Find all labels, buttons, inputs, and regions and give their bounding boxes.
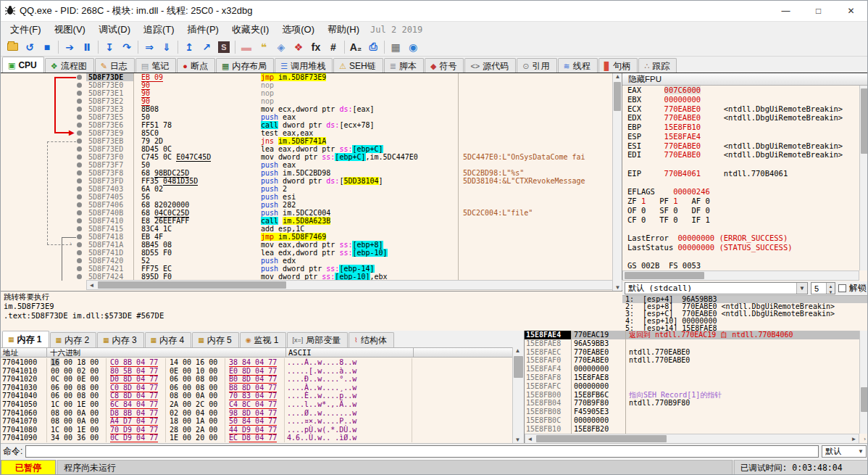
maximize-button[interactable]: □ [802, 1, 835, 21]
disasm-row[interactable]: 5D8F73DEEB 09jmp im.5D8F73E9 [1, 73, 613, 81]
tab-线程[interactable]: ≋线程 [558, 58, 598, 73]
tab-内存3[interactable]: ▦内存 3 [97, 332, 144, 347]
unlock-checkbox[interactable] [838, 284, 846, 292]
breakpoint-dot[interactable] [77, 226, 82, 231]
dump-row[interactable]: 7704103006 00 08 00C0 8D 04 7706 00 08 0… [1, 384, 512, 392]
text-a2-icon[interactable]: A₂ [347, 39, 364, 55]
functions-icon[interactable]: fx [307, 39, 325, 55]
disassembly-hscrollbar[interactable]: ◄► [86, 280, 622, 290]
breakpoint-dot[interactable] [77, 258, 82, 263]
register-line[interactable]: ECX 770EABE0 <ntdll.DbgUiRemoteBreakin> [622, 104, 859, 114]
register-line[interactable]: EFLAGS 00000246 [622, 187, 859, 197]
register-line[interactable]: ESP 15E8FAE4 [622, 132, 859, 141]
breakpoint-dot[interactable] [77, 234, 82, 239]
tab-笔记[interactable]: ▤笔记 [135, 58, 176, 73]
register-line[interactable] [622, 160, 859, 169]
register-line[interactable]: LastError 00000000 (ERROR_SUCCESS) [622, 234, 859, 243]
disasm-row[interactable]: 5D8F740B68 04C0C25Dpush im.5DC2C0045DC2C… [1, 209, 613, 217]
breakpoint-dot[interactable] [77, 75, 82, 80]
stack-row[interactable]: 15E8FB08F45905E3 [525, 408, 625, 416]
disasm-row[interactable]: 5D8F73E985C0test eax,eax [1, 129, 613, 137]
disasm-row[interactable]: 5D8F742052push edx [1, 257, 613, 265]
tab-SEH链[interactable]: ⚠SEH链 [333, 58, 383, 73]
breakpoint-dot[interactable] [77, 91, 82, 96]
breakpoint-dot[interactable] [77, 186, 82, 191]
register-line[interactable] [622, 178, 859, 188]
breakpoint-dot[interactable] [77, 107, 82, 112]
register-line[interactable]: LastStatus 00000000 (STATUS_SUCCESS) [622, 243, 859, 252]
bookmarks-icon[interactable]: ❖ [290, 39, 307, 55]
breakpoint-dot[interactable] [77, 131, 82, 136]
tab-CPU[interactable]: ▣CPU [2, 57, 44, 73]
breakpoint-dot[interactable] [77, 154, 82, 160]
tab-监视1[interactable]: ◉监视 1 [240, 332, 286, 347]
disasm-row[interactable]: 5D8F741A8B45 08mov eax,dword ptr ss:[ebp… [1, 241, 613, 249]
trace-device-icon[interactable]: ⎙ [364, 39, 382, 55]
stack-row[interactable]: 15E8FB1015E8FB20 [525, 425, 625, 434]
comments-icon[interactable]: ❝ [255, 39, 272, 55]
register-line[interactable]: GS 002B FS 0053 [622, 261, 859, 270]
disasm-row[interactable]: 5D8F73F0C745 0C E047C45Dmov dword ptr ss… [1, 153, 613, 161]
disasm-row[interactable]: 5D8F73ED8D45 0Clea eax,dword ptr ss:[ebp… [1, 145, 613, 153]
menu-item-O[interactable]: 选项(O) [275, 22, 321, 38]
stepper-arrows-icon[interactable]: ▲▼ [826, 283, 835, 294]
animate-s-icon[interactable]: S [215, 39, 233, 55]
register-line[interactable]: EBX 00000000 [622, 95, 859, 104]
stop-icon[interactable]: ■ [38, 39, 56, 55]
breakpoint-dot[interactable] [77, 274, 82, 279]
calling-convention-select[interactable]: 默认 (stdcall) ▼ [625, 282, 808, 294]
disasm-row[interactable]: 5D8F7421FF75 ECpush dword ptr ss:[ebp-14… [1, 265, 613, 273]
stack-hscrollbar[interactable]: ◄► [525, 434, 859, 444]
disasm-row[interactable]: 5D8F73F868 98BDC25Dpush im.5DC2BD985DC2B… [1, 169, 613, 177]
stack-comments-pane[interactable]: 返回到 ntdll.770EAC19 自 ntdll.770B4060ntdll… [625, 331, 868, 443]
register-line[interactable]: OF 0 SF 0 DF 0 [622, 206, 859, 215]
disasm-row[interactable]: 5D8F73E550push eax [1, 113, 613, 121]
comments-vscrollbar[interactable]: › [859, 331, 868, 434]
menu-item-F[interactable]: 文件(F) [4, 22, 48, 38]
stack-comment[interactable]: 指向SEH_Record[1]的指针 [626, 391, 868, 400]
stack-row[interactable]: 15E8FAF815E8FAE8 [525, 373, 625, 382]
register-line[interactable]: ESI 770EABE0 <ntdll.DbgUiRemoteBreakin> [622, 141, 859, 151]
stack-comment[interactable]: ntdll.770EABE0 [626, 348, 868, 357]
breakpoint-dot[interactable] [77, 242, 82, 247]
register-line[interactable]: EDI 770EABE0 <ntdll.DbgUiRemoteBreakin> [622, 150, 859, 160]
stack-comment[interactable] [626, 425, 868, 434]
hash-icon[interactable]: # [325, 39, 342, 55]
disasm-row[interactable]: 5D8F741583C4 1Cadd esp,1C [1, 225, 613, 233]
tab-跟踪[interactable]: ∴跟踪 [638, 58, 677, 73]
globe-icon[interactable]: ◉ [404, 39, 422, 55]
breakpoint-dot[interactable] [77, 170, 82, 175]
dump-row[interactable]: 7704106008 00 0A 00D8 8B 04 7702 00 04 0… [1, 409, 512, 418]
command-profile-select[interactable]: 默认 ▼ [822, 445, 867, 458]
stack-row[interactable]: 15E8FB0C00000000 [525, 416, 625, 425]
tab-脚本[interactable]: ≣脚本 [384, 58, 424, 73]
disasm-row[interactable]: 5D8F741D8D55 F0lea edx,dword ptr ss:[ebp… [1, 249, 613, 257]
tab-符号[interactable]: ◆符号 [425, 58, 464, 73]
register-line[interactable]: ZF 1 PF 1 AF 0 [622, 197, 859, 206]
breakpoint-dot[interactable] [77, 250, 82, 255]
dump-row[interactable]: 770410801C 00 1E 0070 D9 04 7728 00 2A 0… [1, 426, 512, 434]
dump-row[interactable]: 7704109034 00 36 000C D9 04 771E 00 20 0… [1, 434, 512, 442]
disasm-row[interactable]: 5D8F73E090nop [1, 81, 613, 89]
run-down-icon[interactable]: ⇓ [158, 39, 175, 55]
calculator-icon[interactable]: ▦ [387, 39, 404, 55]
stack-row[interactable]: 15E8FAE896A59BB3 [525, 339, 625, 348]
menu-item-T[interactable]: 追踪(T) [137, 22, 181, 38]
disasm-row[interactable]: 5D8F7418EB 4Fjmp im.5D8F7469 [1, 233, 613, 241]
menu-item-I[interactable]: 收藏夹(I) [225, 22, 275, 38]
stack-comment[interactable] [626, 408, 868, 416]
stack-row[interactable]: 15E8FAE4770EAC19 [525, 331, 625, 339]
register-line[interactable] [622, 224, 859, 234]
dump-row[interactable]: 7704101000 00 02 0080 5B 04 770E 00 10 0… [1, 367, 512, 376]
disasm-row[interactable]: 5D8F73F750push eax [1, 161, 613, 169]
tab-日志[interactable]: ✎日志 [95, 58, 135, 73]
register-line[interactable]: CF 0 TF 0 IF 1 [622, 215, 859, 225]
disasm-row[interactable]: 5D8F7410E8 26EEFAFFcall im.5D8A623B [1, 217, 613, 225]
menu-item-V[interactable]: 视图(V) [48, 22, 92, 38]
breakpoint-dot[interactable] [77, 146, 82, 152]
breakpoint-dot[interactable] [77, 210, 82, 215]
tab-流程图[interactable]: ❖流程图 [45, 58, 94, 73]
register-line[interactable]: EBP 15E8FB10 [622, 123, 859, 132]
stack-row[interactable]: 15E8FAEC770EABE0 [525, 348, 625, 357]
hide-fpu-button[interactable]: 隐藏FPU [622, 73, 868, 86]
